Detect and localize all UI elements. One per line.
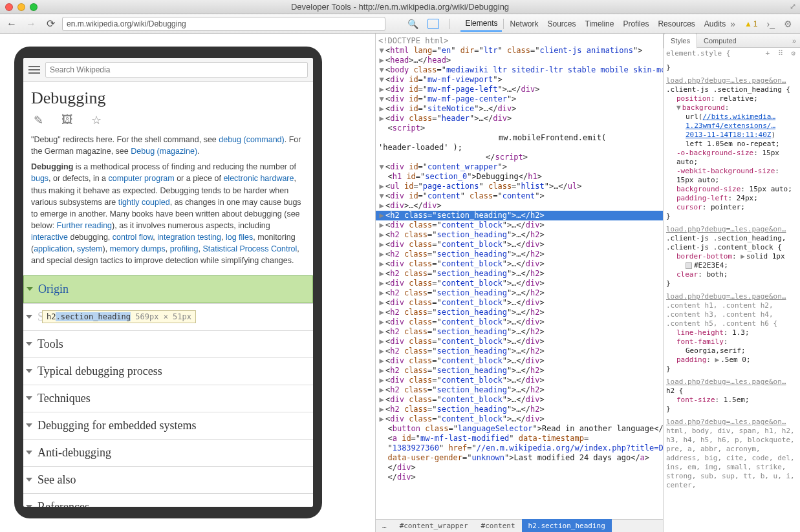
devtools-toolbar: 🔍 Elements Network Sources Timeline Prof… — [407, 16, 796, 32]
device-preview-pane: Debugging ✎ 🖼 ☆ "Debug" redirects here. … — [0, 34, 375, 532]
section-heading-seealso[interactable]: See also — [23, 466, 313, 493]
section-heading-typical[interactable]: Typical debugging process — [23, 357, 313, 385]
more-style-tabs-icon[interactable]: » — [792, 36, 800, 45]
hamburger-menu-icon[interactable] — [28, 66, 40, 74]
console-drawer-icon[interactable]: ›_ — [767, 19, 775, 29]
window-titlebar: Developer Tools - http://en.m.wikipedia.… — [0, 0, 800, 14]
element-inspect-tooltip: h2.section_heading 569px × 51px — [42, 310, 196, 323]
page-title: Debugging — [23, 82, 313, 111]
section-heading-references[interactable]: References — [23, 493, 313, 507]
upload-image-icon[interactable]: 🖼 — [61, 113, 73, 127]
device-screen: Debugging ✎ 🖼 ☆ "Debug" redirects here. … — [23, 58, 313, 507]
section-heading-techniques[interactable]: Techniques — [23, 385, 313, 412]
source-link[interactable]: load.php?debug=…les.page&on… — [666, 76, 797, 85]
intro-paragraph: Debugging is a methodical process of fin… — [31, 161, 305, 266]
section-heading-anti[interactable]: Anti-debugging — [23, 439, 313, 466]
warnings-badge[interactable]: ▲1 — [744, 19, 758, 28]
url-bar[interactable]: en.m.wikipedia.org/wiki/Debugging — [62, 17, 385, 31]
settings-gear-icon[interactable]: ⚙ — [784, 19, 792, 29]
tab-timeline[interactable]: Timeline — [581, 17, 619, 31]
section-heading-embedded[interactable]: Debugging for embedded systems — [23, 412, 313, 439]
more-tabs-icon[interactable]: » — [730, 19, 735, 29]
styles-body[interactable]: } load.php?debug=…les.page&on… .client-j… — [664, 62, 800, 532]
devtools-tabs: Elements Network Sources Timeline Profil… — [460, 16, 735, 32]
source-link[interactable]: load.php?debug=…les.page&on… — [666, 378, 797, 387]
forward-button[interactable]: → — [23, 17, 39, 31]
expand-icon[interactable]: ⤢ — [790, 2, 796, 11]
reload-button[interactable]: ⟳ — [43, 17, 58, 31]
section-heading-tools[interactable]: Tools — [23, 330, 313, 357]
window-title: Developer Tools - http://en.m.wikipedia.… — [0, 2, 800, 12]
edit-icon[interactable]: ✎ — [34, 113, 43, 127]
source-link[interactable]: load.php?debug=…les.page&on… — [666, 225, 797, 234]
tab-network[interactable]: Network — [505, 17, 543, 31]
elements-panel: <!DOCTYPE html> ▼<html lang="en" dir="lt… — [375, 34, 800, 532]
style-tools-icons[interactable]: + ⠿ ⚙ — [766, 49, 798, 58]
search-icon[interactable]: 🔍 — [407, 19, 418, 29]
selected-dom-node[interactable]: ▶<h2 class="section_heading">…</h2> — [376, 211, 663, 220]
device-mode-button[interactable] — [427, 19, 439, 29]
article-content: "Debug" redirects here. For the shell co… — [23, 134, 313, 275]
source-link[interactable]: load.php?debug=…les.page&on… — [666, 418, 797, 427]
redirect-notice: "Debug" redirects here. For the shell co… — [31, 134, 305, 157]
link-debug-magazine[interactable]: Debug (magazine) — [131, 147, 197, 156]
page-actions: ✎ 🖼 ☆ — [23, 111, 313, 134]
tab-elements[interactable]: Elements — [460, 16, 502, 32]
device-frame: Debugging ✎ 🖼 ☆ "Debug" redirects here. … — [14, 47, 322, 518]
tab-styles[interactable]: Styles — [664, 34, 697, 48]
dom-tree[interactable]: <!DOCTYPE html> ▼<html lang="en" dir="lt… — [376, 34, 663, 532]
tab-audits[interactable]: Audits — [700, 17, 730, 31]
element-style-header: element.style { + ⠿ ⚙ — [664, 48, 800, 62]
source-link[interactable]: load.php?debug=…les.page&on… — [666, 292, 797, 301]
section-heading-origin[interactable]: Origin — [23, 275, 313, 303]
tab-profiles[interactable]: Profiles — [618, 17, 653, 31]
tab-sources[interactable]: Sources — [543, 17, 581, 31]
mobile-header — [23, 58, 313, 82]
dom-breadcrumb[interactable]: … #content_wrapper #content h2.section_h… — [376, 519, 663, 532]
color-swatch[interactable] — [686, 262, 692, 269]
watch-star-icon[interactable]: ☆ — [91, 113, 102, 127]
tab-computed[interactable]: Computed — [697, 34, 743, 48]
browser-toolbar: ← → ⟳ en.m.wikipedia.org/wiki/Debugging … — [0, 14, 800, 34]
tab-resources[interactable]: Resources — [653, 17, 699, 31]
styles-sidebar: Styles Computed » element.style { + ⠿ ⚙ … — [663, 34, 800, 532]
link-debug-command[interactable]: debug (command) — [219, 135, 284, 144]
back-button[interactable]: ← — [4, 17, 19, 31]
styles-tabs: Styles Computed » — [664, 34, 800, 48]
search-input[interactable] — [45, 62, 308, 78]
